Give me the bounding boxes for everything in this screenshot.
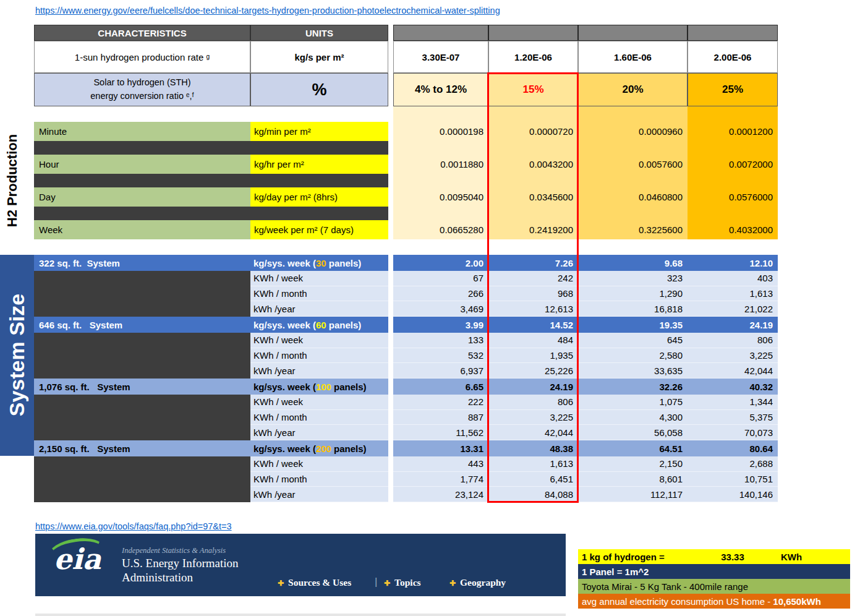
value-cell: 13.31	[393, 440, 488, 456]
value-cell: 7.26	[488, 255, 578, 271]
gap-cell	[388, 301, 393, 317]
gap-cell	[388, 410, 393, 426]
value-cell: 1,935	[488, 348, 578, 364]
gap-cell	[388, 255, 393, 271]
value-cell: 6,937	[393, 363, 488, 379]
spacer-cell	[34, 333, 250, 348]
row-label: kWh /year	[250, 425, 388, 440]
row-label: KWh / week	[250, 395, 388, 410]
h2-row-label: Week	[34, 220, 250, 239]
gap-cell	[388, 425, 393, 440]
row-label: KWh / month	[250, 472, 388, 487]
h2-row-unit: kg/hr per m²	[250, 155, 388, 174]
row-label: KWh / month	[250, 410, 388, 426]
info-value: 33.33	[702, 552, 764, 562]
nav-topics[interactable]: ✚Topics	[384, 577, 421, 588]
value-cell: 0.0000960	[578, 122, 688, 141]
gap-cell	[388, 333, 393, 348]
h2-row-label: Minute	[34, 122, 250, 141]
value-cell: 42,044	[688, 363, 778, 379]
value-cell: 5,375	[688, 410, 778, 426]
row-label: kWh /year	[250, 301, 388, 317]
h2-production-section-label: H2 Production	[4, 134, 20, 227]
info-unit: KWh	[764, 552, 850, 562]
value-cell: 887	[393, 410, 488, 426]
sth-unit: %	[250, 73, 388, 106]
eia-logo[interactable]: eia	[54, 544, 101, 575]
unit-text: panels)	[326, 320, 362, 330]
value-cell: 0.0000198	[393, 122, 488, 141]
system-size-label: 646 sq. ft. System	[34, 317, 250, 333]
info-box: 1 kg of hydrogen = 33.33 KWh 1 Panel = 1…	[578, 549, 850, 609]
system-block-1076: 1,076 sq. ft. System kg/sys. week (100 p…	[34, 379, 778, 440]
spacer-cell	[34, 425, 250, 440]
eia-tagline: Independent Statistics & Analysis	[122, 546, 226, 555]
table-row: KWh / month 532 1,935 2,580 3,225	[34, 348, 778, 364]
gap-cell	[388, 487, 393, 502]
sth-label-line2: energy conversion ratio ᵉ,ᶠ	[90, 90, 194, 103]
eia-faq-link[interactable]: https://www.eia.gov/tools/faqs/faq.php?i…	[35, 521, 232, 531]
gap-cell	[388, 348, 393, 364]
value-cell: 0.0576000	[688, 187, 778, 207]
sth-label-line1: Solar to hydrogen (STH)	[93, 76, 190, 90]
value-cell: 0.0095040	[393, 187, 488, 207]
value-cell: 323	[578, 271, 688, 286]
column-header-cell	[578, 25, 688, 41]
value-cell: 32.26	[578, 379, 688, 395]
panel-count: 200	[316, 443, 331, 454]
sth-value: 20%	[578, 73, 688, 106]
value-cell: 6.65	[393, 379, 488, 395]
row-label: KWh / week	[250, 271, 388, 286]
unit-text: kg/sys. week (	[253, 382, 316, 392]
table-row: kWh /year 6,937 25,226 33,635 42,044	[34, 363, 778, 379]
nav-separator: |	[375, 576, 377, 588]
value-cell: 6,451	[488, 472, 578, 487]
spacer-row	[34, 207, 388, 220]
gap-cell	[388, 395, 393, 410]
value-cell: 266	[393, 286, 488, 302]
production-rate-value: 2.00E-06	[688, 41, 778, 73]
gap-cell	[388, 456, 393, 472]
value-cell: 112,117	[578, 487, 688, 502]
spacer-cell	[34, 271, 250, 286]
system-week-unit: kg/sys. week (200 panels)	[250, 440, 388, 456]
nav-geography[interactable]: ✚Geography	[449, 577, 506, 588]
table-row: kWh /year 3,469 12,613 16,818 21,022	[34, 301, 778, 317]
column-header-cell	[488, 25, 578, 41]
value-cell: 0.0011880	[393, 155, 488, 174]
sth-value: 4% to 12%	[393, 73, 488, 106]
value-cell: 403	[688, 271, 778, 286]
value-cell: 14.52	[488, 317, 578, 333]
nav-sources-uses[interactable]: ✚Sources & Uses	[278, 577, 351, 588]
system-size-label: 2,150 sq. ft. System	[34, 440, 250, 456]
value-cell: 21,022	[688, 301, 778, 317]
spacer-cell	[34, 301, 250, 317]
value-cell: 222	[393, 395, 488, 410]
value-cell: 2,688	[688, 456, 778, 472]
row-label: kWh /year	[250, 487, 388, 502]
gap-cell	[388, 286, 393, 302]
unit-text: kg/sys. week (	[253, 320, 316, 330]
characteristics-header: CHARACTERISTICS	[34, 25, 250, 41]
value-cell: 25,226	[488, 363, 578, 379]
value-cell: 3.99	[393, 317, 488, 333]
table-row: kWh /year 23,124 84,088 112,117 140,146	[34, 487, 778, 502]
value-cell: 84,088	[488, 487, 578, 502]
row-label: KWh / month	[250, 286, 388, 302]
value-cell: 42,044	[488, 425, 578, 440]
system-header-row: 322 sq. ft. System kg/sys. week (30 pane…	[34, 255, 778, 271]
value-cell: 9.68	[578, 255, 688, 271]
system-week-unit: kg/sys. week (100 panels)	[250, 379, 388, 395]
value-cell: 443	[393, 456, 488, 472]
value-cell: 0.0043200	[488, 155, 578, 174]
value-cell: 0.0072000	[688, 155, 778, 174]
value-cell: 12,613	[488, 301, 578, 317]
spacer-cell	[34, 472, 250, 487]
unit-text: kg/sys. week (	[253, 443, 316, 454]
gap-cell	[388, 317, 393, 333]
nav-label: Geography	[460, 577, 506, 588]
value-cell: 0.3225600	[578, 220, 688, 239]
info-hydrogen-kwh: 1 kg of hydrogen = 33.33 KWh	[578, 549, 850, 564]
value-cell: 24.19	[688, 317, 778, 333]
doe-targets-link[interactable]: https://www.energy.gov/eere/fuelcells/do…	[35, 6, 500, 15]
